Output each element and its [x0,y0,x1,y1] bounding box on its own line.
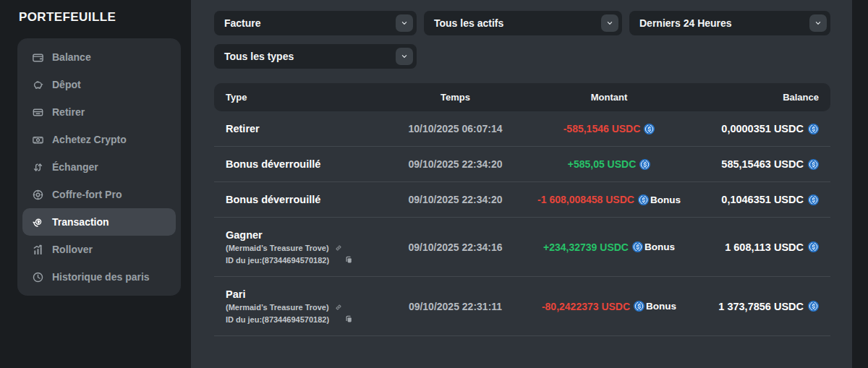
table-body: Retirer10/10/2025 06:07:14-585,1546 USDC… [214,111,830,336]
assets-filter-dropdown[interactable]: Tous les actifs [424,11,622,35]
bonus-badge: Bonus [650,194,681,205]
sidebar-item-rollover[interactable]: Rollover [22,236,176,263]
type-cell: Gagner(Mermaid’s Treasure Trove)ID du je… [226,229,385,265]
wallet-icon [32,51,44,64]
sidebar-item-retirer[interactable]: Retirer [22,98,176,126]
transaction-time: 09/10/2025 22:34:16 [385,241,526,253]
sidebar-item-label: Dêpot [52,79,81,90]
sidebar-item-label: Coffre-fort Pro [52,189,122,200]
table-row: Gagner(Mermaid’s Treasure Trove)ID du je… [214,218,830,277]
usdc-icon [638,194,649,205]
sidebar-item-achetez-crypto[interactable]: Achetez Crypto [22,126,176,153]
sidebar: PORTEFEUILLE BalanceDêpotRetirerAchetez … [0,0,191,368]
header-type: Type [226,92,385,103]
types-filter-dropdown[interactable]: Tous les types [214,44,417,69]
usdc-icon [639,159,650,170]
amount-cell: +234,32739 USDCBonus [526,241,692,253]
withdraw-icon [32,106,44,119]
balance-cell: 0,1046351 USDC [692,194,819,205]
link-icon[interactable] [334,244,343,252]
sidebar-item-label: Achetez Crypto [52,134,127,145]
balance-cell: 1 608,113 USDC [692,241,819,253]
balance-value: 1 373,7856 USDC [718,301,804,312]
transaction-time: 09/10/2025 22:34:20 [385,194,526,205]
sidebar-item--changer[interactable]: Échanger [22,153,176,181]
table-header: Type Temps Montant Balance [214,83,830,111]
chevron-down-icon[interactable] [601,14,618,32]
transaction-time: 09/10/2025 22:31:11 [385,301,526,312]
type-cell: Pari(Mermaid’s Treasure Trove)ID du jeu:… [226,288,385,324]
transaction-time: 10/10/2025 06:07:14 [385,123,526,134]
transaction-amount: +585,05 USDC [568,158,637,170]
sidebar-item-balance[interactable]: Balance [22,43,176,71]
transactions-table: Type Temps Montant Balance Retirer10/10/… [214,83,830,336]
table-row: Retirer10/10/2025 06:07:14-585,1546 USDC… [214,111,830,147]
chevron-down-icon[interactable] [396,14,413,32]
table-row: Bonus déverrouillé09/10/2025 22:34:20-1 … [214,182,830,218]
sidebar-item-coffre-fort-pro[interactable]: Coffre-fort Pro [22,181,176,208]
period-filter-value: Derniers 24 Heures [639,17,732,29]
balance-cell: 1 373,7856 USDC [692,301,819,312]
amount-cell: -1 608,008458 USDCBonus [526,194,692,205]
usdc-icon [808,194,819,205]
balance-value: 585,15463 USDC [721,158,804,170]
transaction-icon [32,216,44,228]
sidebar-item-label: Transaction [52,216,109,228]
swap-icon [32,161,44,174]
usdc-icon [808,124,819,134]
sidebar-item-transaction[interactable]: Transaction [22,208,176,236]
sidebar-item-label: Échanger [52,161,98,173]
balance-cell: 0,0000351 USDC [692,123,819,134]
filters-bar: Facture Tous les actifs Derniers 24 Heur… [214,11,830,69]
header-balance: Balance [692,92,819,103]
invoice-filter-value: Facture [224,17,261,29]
usdc-icon [808,241,819,252]
type-cell: Bonus déverrouillé [226,158,385,170]
bonus-badge: Bonus [646,301,676,312]
balance-value: 0,0000351 USDC [721,123,804,134]
rollover-icon [32,244,44,256]
game-name-line: (Mermaid’s Treasure Trove) [226,244,385,252]
usdc-icon [634,301,644,312]
assets-filter-value: Tous les actifs [434,17,503,29]
type-cell: Retirer [226,123,385,134]
buy-crypto-icon [32,134,44,146]
usdc-icon [644,124,655,134]
transaction-type: Bonus déverrouillé [226,194,385,205]
transaction-type: Pari [226,288,385,300]
vault-icon [32,189,44,201]
types-filter-value: Tous les types [224,51,294,62]
copy-icon[interactable] [344,314,354,324]
transaction-type: Bonus déverrouillé [226,158,385,170]
link-icon[interactable] [334,303,343,312]
balance-value: 1 608,113 USDC [725,241,804,253]
header-amount: Montant [526,92,692,103]
sidebar-item-historique-des-paris[interactable]: Historique des paris [22,263,176,291]
game-id-line: ID du jeu:(87344694570182) [226,255,385,265]
game-id-line: ID du jeu:(87344694570182) [226,314,385,324]
invoice-filter-dropdown[interactable]: Facture [214,11,417,35]
transaction-type: Gagner [226,229,385,241]
game-id: ID du jeu:(87344694570182) [226,315,329,324]
usdc-icon [632,241,643,252]
usdc-icon [808,301,819,312]
header-time: Temps [385,92,526,103]
bonus-badge: Bonus [644,241,675,252]
game-name: (Mermaid’s Treasure Trove) [226,244,329,252]
copy-icon[interactable] [344,255,354,265]
chevron-down-icon[interactable] [396,48,413,65]
transaction-amount: -585,1546 USDC [563,123,641,134]
transaction-type: Retirer [226,123,385,134]
sidebar-item-d-pot[interactable]: Dêpot [22,71,176,98]
page-title: PORTEFEUILLE [19,10,191,25]
table-row: Pari(Mermaid’s Treasure Trove)ID du jeu:… [214,277,830,336]
amount-cell: -80,2422373 USDCBonus [526,301,692,312]
chevron-down-icon[interactable] [809,14,827,32]
period-filter-dropdown[interactable]: Derniers 24 Heures [629,11,830,35]
sidebar-item-label: Retirer [52,106,85,118]
piggy-bank-icon [32,79,44,91]
balance-cell: 585,15463 USDC [692,158,819,170]
usdc-icon [808,159,819,170]
game-name-line: (Mermaid’s Treasure Trove) [226,303,385,312]
history-icon [32,271,44,283]
